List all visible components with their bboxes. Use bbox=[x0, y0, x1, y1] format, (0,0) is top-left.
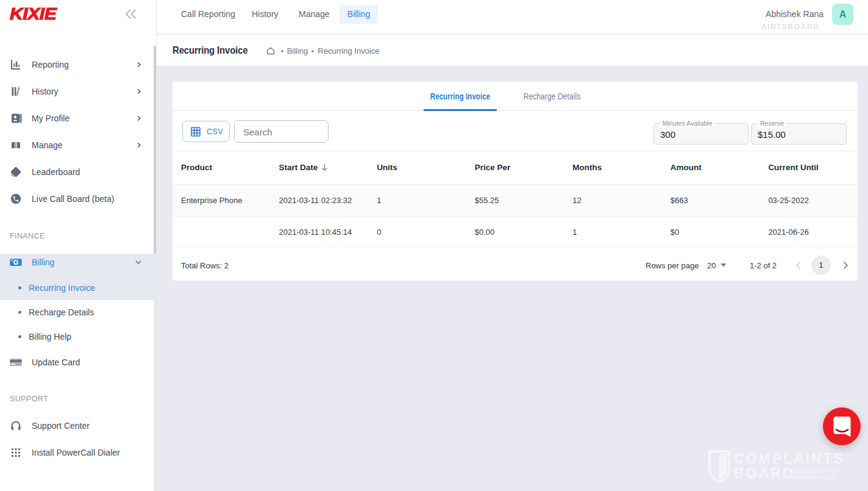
svg-text:BOARD: BOARD bbox=[734, 465, 794, 481]
svg-text:COMPLAINTS: COMPLAINTS bbox=[734, 451, 845, 467]
svg-text:MARKETPLACE: MARKETPLACE bbox=[790, 475, 834, 481]
svg-text:REVIEWING THE: REVIEWING THE bbox=[790, 468, 838, 475]
